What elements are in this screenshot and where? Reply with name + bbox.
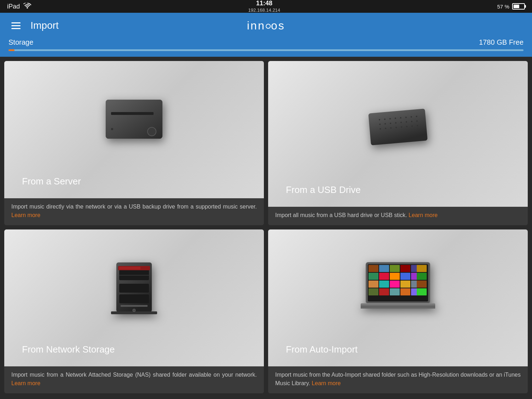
svg-rect-43 — [379, 265, 389, 272]
server-card[interactable]: From a Server Import music directly via … — [4, 61, 264, 225]
svg-rect-56 — [390, 281, 400, 288]
auto-import-learn-more[interactable]: Learn more — [312, 380, 341, 386]
server-card-image: From a Server — [4, 61, 264, 198]
import-grid: From a Server Import music directly via … — [0, 57, 532, 398]
svg-rect-57 — [400, 281, 410, 288]
svg-rect-35 — [119, 284, 149, 293]
battery-percent: 57 % — [497, 4, 509, 10]
svg-rect-34 — [119, 275, 149, 276]
nas-learn-more[interactable]: Learn more — [11, 380, 40, 386]
storage-progress-fill — [9, 49, 15, 51]
svg-rect-33 — [119, 267, 140, 270]
svg-rect-38 — [121, 305, 148, 307]
auto-import-card[interactable]: From Auto-Import Import music from the A… — [268, 229, 528, 394]
storage-label: Storage — [9, 38, 33, 46]
nas-card[interactable]: From Network Storage Import music from a… — [4, 229, 264, 394]
svg-rect-60 — [368, 288, 378, 295]
usb-card-title: From a USB Drive — [279, 179, 368, 200]
storage-free: 1780 GB Free — [479, 38, 523, 46]
svg-rect-36 — [119, 294, 149, 303]
nas-card-title: From Network Storage — [15, 338, 122, 359]
svg-rect-48 — [368, 273, 378, 280]
header: Import innos — [0, 13, 532, 38]
usb-card-desc: Import all music from a USB hard drive o… — [268, 207, 528, 225]
usb-card[interactable]: From a USB Drive Import all music from a… — [268, 61, 528, 225]
svg-rect-2 — [111, 112, 154, 115]
auto-import-card-desc: Import music from the Auto-Import shared… — [268, 366, 528, 393]
svg-rect-50 — [390, 273, 400, 280]
server-card-title: From a Server — [15, 170, 88, 191]
status-left: iPad — [7, 3, 31, 10]
nas-card-desc: Import music from a Network Attached Sto… — [4, 366, 264, 393]
svg-rect-42 — [368, 265, 378, 272]
svg-rect-55 — [379, 281, 389, 288]
svg-rect-54 — [368, 281, 378, 288]
usb-drive-icon — [359, 99, 437, 148]
battery-indicator — [512, 3, 525, 10]
storage-progress-track — [9, 49, 523, 51]
usb-learn-more[interactable]: Learn more — [409, 212, 438, 218]
page-title: Import — [31, 20, 59, 31]
auto-import-card-title: From Auto-Import — [279, 338, 365, 359]
svg-rect-49 — [379, 273, 389, 280]
usb-card-image: From a USB Drive — [268, 61, 528, 207]
nas-card-image: From Network Storage — [4, 229, 264, 367]
svg-rect-63 — [400, 288, 410, 295]
svg-rect-62 — [390, 288, 400, 295]
svg-rect-5 — [368, 109, 427, 145]
svg-rect-53 — [417, 273, 427, 280]
menu-button[interactable] — [9, 20, 23, 32]
server-card-desc: Import music directly via the network or… — [4, 198, 264, 225]
device-label: iPad — [7, 3, 20, 10]
status-center: 11:48 192.168.14.214 — [248, 0, 280, 13]
logo: innos — [247, 19, 285, 32]
svg-rect-47 — [417, 265, 427, 272]
svg-rect-59 — [417, 281, 427, 288]
status-bar: iPad 11:48 192.168.14.214 57 % — [0, 0, 532, 13]
svg-rect-51 — [400, 273, 410, 280]
svg-rect-44 — [390, 265, 400, 272]
laptop-icon — [357, 259, 439, 316]
time-display: 11:48 — [256, 0, 272, 7]
svg-rect-4 — [111, 128, 113, 130]
auto-import-card-image: From Auto-Import — [268, 229, 528, 367]
ip-display: 192.168.14.214 — [248, 7, 280, 13]
status-right: 57 % — [497, 3, 525, 10]
server-device-icon — [99, 93, 170, 146]
svg-point-39 — [133, 309, 135, 312]
svg-point-3 — [148, 127, 156, 136]
nas-device-icon — [99, 259, 170, 316]
wifi-icon — [23, 3, 31, 10]
svg-rect-45 — [400, 265, 410, 272]
svg-rect-61 — [379, 288, 389, 295]
svg-rect-67 — [361, 307, 435, 309]
server-learn-more[interactable]: Learn more — [11, 212, 40, 218]
svg-rect-65 — [417, 288, 427, 295]
storage-section: Storage 1780 GB Free — [0, 38, 532, 57]
